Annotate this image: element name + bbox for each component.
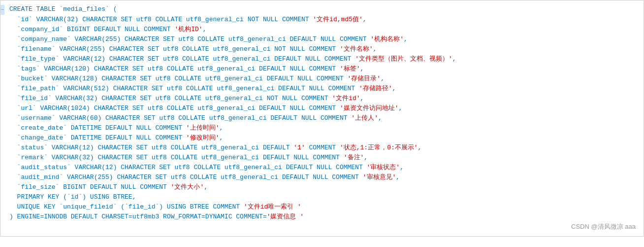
line-text: `company_name` VARCHAR(255) CHARACTER SE… <box>4 35 408 44</box>
code-segment: `url` VARCHAR(1024) CHARACTER SET utf8 C… <box>9 105 340 112</box>
line-text: `remark` VARCHAR(32) CHARACTER SET utf8 … <box>4 153 368 163</box>
code-segment: '1' <box>293 144 305 151</box>
code-segment: COMMENT <box>305 144 340 151</box>
code-segment: `file_path` VARCHAR(512) CHARACTER SET u… <box>9 85 359 92</box>
table-row: `username` VARCHAR(60) CHARACTER SET utf… <box>0 113 644 123</box>
code-segment: '文件id' <box>332 95 360 102</box>
code-segment: , <box>400 164 404 171</box>
code-segment: `status` VARCHAR(12) CHARACTER SET utf8 … <box>9 144 293 151</box>
code-segment: UNIQUE KEY `unique_fileid` (`file_id`) U… <box>9 203 244 211</box>
code-segment: `file_type` VARCHAR(12) CHARACTER SET ut… <box>9 55 355 63</box>
code-segment: , <box>360 95 364 102</box>
line-text: `username` VARCHAR(60) CHARACTER SET utf… <box>4 113 382 123</box>
code-segment: `audit_status` VARCHAR(12) CHARACTER SET… <box>9 164 367 171</box>
code-segment: '备注' <box>344 154 364 161</box>
table-row: `status` VARCHAR(12) CHARACTER SET utf8 … <box>0 143 644 153</box>
code-segment: , <box>360 65 364 72</box>
line-text: `status` VARCHAR(12) CHARACTER SET utf8 … <box>4 143 421 153</box>
table-row: `file_id` VARCHAR(32) CHARACTER SET utf8… <box>0 94 644 104</box>
code-segment: '存储路径' <box>359 85 392 92</box>
code-segment: `file_id` VARCHAR(32) CHARACTER SET utf8… <box>9 95 332 102</box>
table-row: `file_path` VARCHAR(512) CHARACTER SET u… <box>0 84 644 94</box>
line-text: `change_date` DATETIME DEFAULT NULL COMM… <box>4 133 223 143</box>
code-segment: `filename` VARCHAR(255) CHARACTER SET ut… <box>9 45 340 53</box>
code-segment: '机构ID' <box>174 26 202 33</box>
code-segment: '存储目录' <box>348 75 381 82</box>
code-segment: '机构名称' <box>370 35 404 43</box>
line-text: `file_size` BIGINT DEFAULT NULL COMMENT … <box>4 182 208 192</box>
code-segment: PRIMARY KEY (`id`) USING BTREE, <box>9 193 136 201</box>
code-segment: '媒资文件访问地址' <box>340 105 399 112</box>
line-text: `create_date` DATETIME DEFAULT NULL COMM… <box>4 123 223 133</box>
code-segment: '审核状态' <box>367 164 400 171</box>
line-text: `company_id` BIGINT DEFAULT NULL COMMENT… <box>4 25 207 35</box>
code-segment: '文件大小' <box>171 183 204 191</box>
line-text: `file_id` VARCHAR(32) CHARACTER SET utf8… <box>4 94 364 104</box>
table-row: `tags` VARCHAR(120) CHARACTER SET utf8 C… <box>0 64 644 74</box>
code-segment: , <box>373 45 377 53</box>
code-segment: '审核意见' <box>363 174 396 181</box>
line-text: PRIMARY KEY (`id`) USING BTREE, <box>4 192 136 202</box>
line-text: `tags` VARCHAR(120) CHARACTER SET utf8 C… <box>4 64 364 74</box>
line-text: `url` VARCHAR(1024) CHARACTER SET utf8 C… <box>4 104 402 113</box>
table-row: `id` VARCHAR(32) CHARACTER SET utf8 COLL… <box>0 15 644 25</box>
code-segment: '修改时间' <box>186 134 220 141</box>
code-segment: '文件id,md5值' <box>313 16 362 23</box>
code-segment: `company_name` VARCHAR(255) CHARACTER SE… <box>9 35 370 43</box>
table-row: `file_type` VARCHAR(12) CHARACTER SET ut… <box>0 54 644 64</box>
line-text: `audit_status` VARCHAR(12) CHARACTER SET… <box>4 163 404 173</box>
line-text: ) ENGINE=INNODB DEFAULT CHARSET=utf8mb3 … <box>4 212 304 222</box>
table-row: —CREATE TABLE `media_files` ( <box>0 4 644 15</box>
table-row: `filename` VARCHAR(255) CHARACTER SET ut… <box>0 44 644 54</box>
line-text: `id` VARCHAR(32) CHARACTER SET utf8 COLL… <box>4 15 367 25</box>
line-text: `file_type` VARCHAR(12) CHARACTER SET ut… <box>4 54 456 64</box>
line-text: `audit_mind` VARCHAR(255) CHARACTER SET … <box>4 173 400 182</box>
table-row: `file_size` BIGINT DEFAULT NULL COMMENT … <box>0 182 644 192</box>
table-row: `audit_status` VARCHAR(12) CHARACTER SET… <box>0 163 644 173</box>
code-segment: , <box>378 114 382 122</box>
line-text: `filename` VARCHAR(255) CHARACTER SET ut… <box>4 44 377 54</box>
code-segment: , <box>203 26 207 33</box>
code-segment: `remark` VARCHAR(32) CHARACTER SET utf8 … <box>9 154 344 161</box>
code-segment: CREATE TABLE `media_files` ( <box>9 5 117 13</box>
line-text: `file_path` VARCHAR(512) CHARACTER SET u… <box>4 84 396 94</box>
table-row: UNIQUE KEY `unique_fileid` (`file_id`) U… <box>0 202 644 212</box>
code-segment: `username` VARCHAR(60) CHARACTER SET utf… <box>9 114 351 122</box>
line-text: `bucket` VARCHAR(128) CHARACTER SET utf8… <box>4 74 385 84</box>
code-segment: , <box>381 75 385 82</box>
code-segment: , <box>418 144 422 151</box>
code-segment: '标签' <box>340 65 360 72</box>
code-segment: '文件id唯一索引 ' <box>244 203 301 211</box>
code-segment: '上传时间' <box>186 124 220 132</box>
code-segment: '媒资信息 ' <box>267 213 304 220</box>
watermark: CSDN @清风微凉 aaa <box>571 222 636 231</box>
code-segment: `company_id` BIGINT DEFAULT NULL COMMENT <box>9 26 174 33</box>
code-segment: , <box>452 55 456 63</box>
code-segment: '文件类型（图片、文档、视频）' <box>355 55 452 63</box>
table-row: `bucket` VARCHAR(128) CHARACTER SET utf8… <box>0 74 644 84</box>
table-row: `company_name` VARCHAR(255) CHARACTER SE… <box>0 35 644 44</box>
table-row: `audit_mind` VARCHAR(255) CHARACTER SET … <box>0 173 644 182</box>
code-segment: '上传人' <box>351 114 378 122</box>
line-text: CREATE TABLE `media_files` ( <box>4 4 117 14</box>
code-segment: `tags` VARCHAR(120) CHARACTER SET utf8 C… <box>9 65 340 72</box>
code-segment: `create_date` DATETIME DEFAULT NULL COMM… <box>9 124 186 132</box>
code-segment: , <box>399 105 403 112</box>
code-segment: , <box>204 183 208 191</box>
code-segment: , <box>392 85 396 92</box>
line-text: UNIQUE KEY `unique_fileid` (`file_id`) U… <box>4 202 301 212</box>
collapse-indicator[interactable]: — <box>0 5 4 15</box>
table-row: `url` VARCHAR(1024) CHARACTER SET utf8 C… <box>0 104 644 113</box>
code-segment: , <box>219 134 223 141</box>
code-segment: '状态,1:正常，0:不展示' <box>340 144 418 151</box>
code-segment: , <box>364 154 368 161</box>
code-block: —CREATE TABLE `media_files` ( `id` VARCH… <box>0 0 644 237</box>
table-row: `company_id` BIGINT DEFAULT NULL COMMENT… <box>0 25 644 35</box>
table-row: PRIMARY KEY (`id`) USING BTREE, <box>0 192 644 202</box>
code-segment: '文件名称' <box>340 45 373 53</box>
table-row: ) ENGINE=INNODB DEFAULT CHARSET=utf8mb3 … <box>0 212 644 222</box>
code-segment: , <box>363 16 367 23</box>
code-segment: , <box>404 35 408 43</box>
code-segment: `id` VARCHAR(32) CHARACTER SET utf8 COLL… <box>9 16 313 23</box>
code-segment: `change_date` DATETIME DEFAULT NULL COMM… <box>9 134 186 141</box>
